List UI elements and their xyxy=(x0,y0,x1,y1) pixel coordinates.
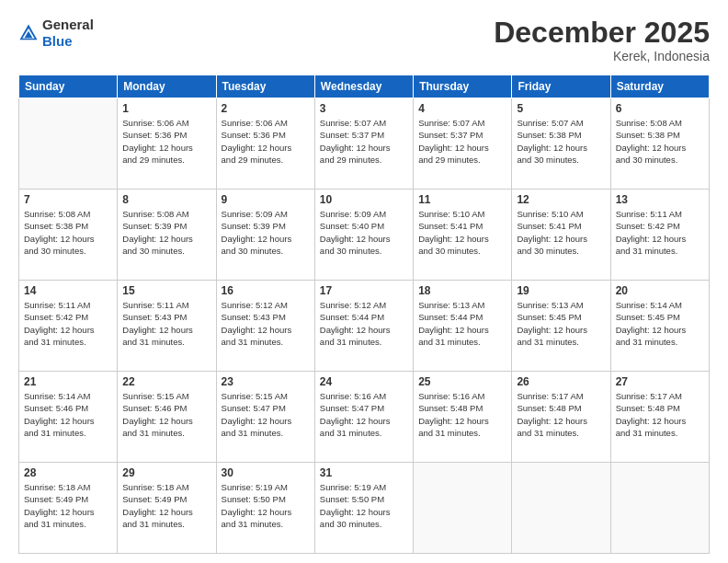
day-number: 24 xyxy=(320,375,408,388)
calendar-cell: 28Sunrise: 5:18 AM Sunset: 5:49 PM Dayli… xyxy=(19,463,118,554)
calendar-cell: 12Sunrise: 5:10 AM Sunset: 5:41 PM Dayli… xyxy=(512,190,610,281)
header: General Blue December 2025 Kerek, Indone… xyxy=(18,17,710,63)
calendar-cell: 20Sunrise: 5:14 AM Sunset: 5:45 PM Dayli… xyxy=(610,281,709,372)
day-info: Sunrise: 5:12 AM Sunset: 5:43 PM Dayligh… xyxy=(222,299,310,348)
day-info: Sunrise: 5:18 AM Sunset: 5:49 PM Dayligh… xyxy=(122,481,210,530)
month-title: December 2025 xyxy=(494,17,710,49)
day-number: 1 xyxy=(122,102,210,115)
calendar-day-header: Thursday xyxy=(414,75,512,98)
day-info: Sunrise: 5:11 AM Sunset: 5:43 PM Dayligh… xyxy=(122,299,210,348)
location-subtitle: Kerek, Indonesia xyxy=(494,49,710,63)
calendar-cell: 6Sunrise: 5:08 AM Sunset: 5:38 PM Daylig… xyxy=(610,98,709,190)
calendar-cell: 25Sunrise: 5:16 AM Sunset: 5:48 PM Dayli… xyxy=(414,372,512,463)
calendar-cell xyxy=(512,463,610,554)
calendar-cell: 16Sunrise: 5:12 AM Sunset: 5:43 PM Dayli… xyxy=(216,281,314,372)
calendar-cell: 29Sunrise: 5:18 AM Sunset: 5:49 PM Dayli… xyxy=(118,463,216,554)
calendar-day-header: Sunday xyxy=(19,75,118,98)
day-number: 16 xyxy=(222,284,310,297)
day-number: 18 xyxy=(418,284,506,297)
calendar-cell xyxy=(19,98,118,190)
day-number: 2 xyxy=(222,102,310,115)
calendar-cell xyxy=(610,463,709,554)
day-info: Sunrise: 5:14 AM Sunset: 5:46 PM Dayligh… xyxy=(24,390,112,439)
day-number: 26 xyxy=(517,375,605,388)
calendar-cell: 1Sunrise: 5:06 AM Sunset: 5:36 PM Daylig… xyxy=(118,98,216,190)
calendar-cell: 5Sunrise: 5:07 AM Sunset: 5:38 PM Daylig… xyxy=(512,98,610,190)
day-info: Sunrise: 5:19 AM Sunset: 5:50 PM Dayligh… xyxy=(320,481,408,530)
calendar-cell: 17Sunrise: 5:12 AM Sunset: 5:44 PM Dayli… xyxy=(314,281,413,372)
calendar-cell: 13Sunrise: 5:11 AM Sunset: 5:42 PM Dayli… xyxy=(610,190,709,281)
day-number: 14 xyxy=(24,284,112,297)
day-info: Sunrise: 5:09 AM Sunset: 5:39 PM Dayligh… xyxy=(222,208,310,257)
title-block: December 2025 Kerek, Indonesia xyxy=(494,17,710,63)
day-info: Sunrise: 5:13 AM Sunset: 5:45 PM Dayligh… xyxy=(517,299,605,348)
calendar-cell: 11Sunrise: 5:10 AM Sunset: 5:41 PM Dayli… xyxy=(414,190,512,281)
calendar-cell xyxy=(414,463,512,554)
calendar-day-header: Friday xyxy=(512,75,610,98)
day-info: Sunrise: 5:15 AM Sunset: 5:46 PM Dayligh… xyxy=(122,390,210,439)
calendar-header-row: SundayMondayTuesdayWednesdayThursdayFrid… xyxy=(19,75,710,98)
day-number: 6 xyxy=(616,102,704,115)
day-info: Sunrise: 5:08 AM Sunset: 5:38 PM Dayligh… xyxy=(24,208,112,257)
day-number: 13 xyxy=(616,193,704,206)
day-number: 31 xyxy=(320,466,408,479)
day-info: Sunrise: 5:16 AM Sunset: 5:48 PM Dayligh… xyxy=(418,390,506,439)
day-number: 5 xyxy=(517,102,605,115)
day-info: Sunrise: 5:18 AM Sunset: 5:49 PM Dayligh… xyxy=(24,481,112,530)
day-number: 28 xyxy=(24,466,112,479)
calendar-day-header: Monday xyxy=(118,75,216,98)
day-info: Sunrise: 5:17 AM Sunset: 5:48 PM Dayligh… xyxy=(616,390,704,439)
calendar-cell: 31Sunrise: 5:19 AM Sunset: 5:50 PM Dayli… xyxy=(314,463,413,554)
day-info: Sunrise: 5:15 AM Sunset: 5:47 PM Dayligh… xyxy=(222,390,310,439)
day-info: Sunrise: 5:10 AM Sunset: 5:41 PM Dayligh… xyxy=(418,208,506,257)
day-number: 8 xyxy=(122,193,210,206)
calendar-table: SundayMondayTuesdayWednesdayThursdayFrid… xyxy=(18,75,710,554)
calendar-cell: 21Sunrise: 5:14 AM Sunset: 5:46 PM Dayli… xyxy=(19,372,118,463)
calendar-day-header: Wednesday xyxy=(314,75,413,98)
calendar-cell: 9Sunrise: 5:09 AM Sunset: 5:39 PM Daylig… xyxy=(216,190,314,281)
calendar-cell: 14Sunrise: 5:11 AM Sunset: 5:42 PM Dayli… xyxy=(19,281,118,372)
calendar-cell: 3Sunrise: 5:07 AM Sunset: 5:37 PM Daylig… xyxy=(314,98,413,190)
day-info: Sunrise: 5:19 AM Sunset: 5:50 PM Dayligh… xyxy=(222,481,310,530)
day-number: 30 xyxy=(222,466,310,479)
day-info: Sunrise: 5:07 AM Sunset: 5:37 PM Dayligh… xyxy=(320,117,408,166)
day-info: Sunrise: 5:06 AM Sunset: 5:36 PM Dayligh… xyxy=(122,117,210,166)
day-info: Sunrise: 5:08 AM Sunset: 5:39 PM Dayligh… xyxy=(122,208,210,257)
calendar-cell: 8Sunrise: 5:08 AM Sunset: 5:39 PM Daylig… xyxy=(118,190,216,281)
day-number: 11 xyxy=(418,193,506,206)
day-number: 25 xyxy=(418,375,506,388)
day-info: Sunrise: 5:10 AM Sunset: 5:41 PM Dayligh… xyxy=(517,208,605,257)
calendar-cell: 15Sunrise: 5:11 AM Sunset: 5:43 PM Dayli… xyxy=(118,281,216,372)
day-number: 17 xyxy=(320,284,408,297)
calendar-cell: 4Sunrise: 5:07 AM Sunset: 5:37 PM Daylig… xyxy=(414,98,512,190)
day-number: 20 xyxy=(616,284,704,297)
day-number: 7 xyxy=(24,193,112,206)
day-number: 27 xyxy=(616,375,704,388)
logo-icon xyxy=(18,23,39,43)
day-number: 22 xyxy=(122,375,210,388)
calendar-cell: 2Sunrise: 5:06 AM Sunset: 5:36 PM Daylig… xyxy=(216,98,314,190)
day-info: Sunrise: 5:16 AM Sunset: 5:47 PM Dayligh… xyxy=(320,390,408,439)
day-info: Sunrise: 5:09 AM Sunset: 5:40 PM Dayligh… xyxy=(320,208,408,257)
day-number: 9 xyxy=(222,193,310,206)
day-number: 29 xyxy=(122,466,210,479)
page: General Blue December 2025 Kerek, Indone… xyxy=(0,0,728,563)
calendar-cell: 23Sunrise: 5:15 AM Sunset: 5:47 PM Dayli… xyxy=(216,372,314,463)
day-number: 15 xyxy=(122,284,210,297)
day-info: Sunrise: 5:13 AM Sunset: 5:44 PM Dayligh… xyxy=(418,299,506,348)
day-number: 21 xyxy=(24,375,112,388)
logo: General Blue xyxy=(18,17,94,50)
calendar-day-header: Saturday xyxy=(610,75,709,98)
calendar-cell: 10Sunrise: 5:09 AM Sunset: 5:40 PM Dayli… xyxy=(314,190,413,281)
day-number: 23 xyxy=(222,375,310,388)
day-number: 4 xyxy=(418,102,506,115)
calendar-cell: 7Sunrise: 5:08 AM Sunset: 5:38 PM Daylig… xyxy=(19,190,118,281)
calendar-cell: 24Sunrise: 5:16 AM Sunset: 5:47 PM Dayli… xyxy=(314,372,413,463)
calendar-cell: 19Sunrise: 5:13 AM Sunset: 5:45 PM Dayli… xyxy=(512,281,610,372)
day-number: 12 xyxy=(517,193,605,206)
day-info: Sunrise: 5:12 AM Sunset: 5:44 PM Dayligh… xyxy=(320,299,408,348)
calendar-cell: 27Sunrise: 5:17 AM Sunset: 5:48 PM Dayli… xyxy=(610,372,709,463)
day-info: Sunrise: 5:07 AM Sunset: 5:38 PM Dayligh… xyxy=(517,117,605,166)
day-info: Sunrise: 5:11 AM Sunset: 5:42 PM Dayligh… xyxy=(24,299,112,348)
day-info: Sunrise: 5:08 AM Sunset: 5:38 PM Dayligh… xyxy=(616,117,704,166)
